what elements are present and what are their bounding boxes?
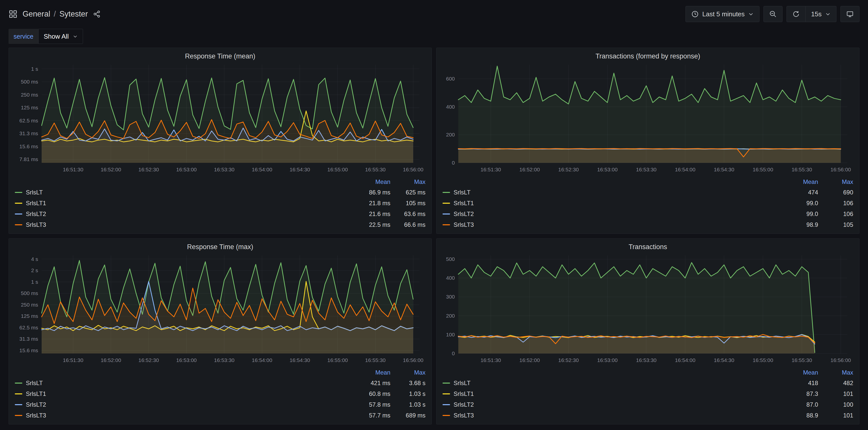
refresh-interval-picker[interactable]: 15s (806, 6, 836, 22)
legend-series-name[interactable]: SrlsLT3 (26, 412, 46, 419)
legend-series-name[interactable]: SrlsLT2 (454, 210, 474, 218)
legend-row: SrlsLT 421 ms 3.68 s (15, 378, 426, 389)
legend-series-name[interactable]: SrlsLT3 (26, 221, 46, 228)
time-range-picker[interactable]: Last 5 minutes (685, 6, 760, 22)
legend-series-name[interactable]: SrlsLT2 (26, 210, 46, 218)
svg-text:300: 300 (446, 294, 455, 299)
series-color-swatch (442, 404, 450, 405)
series-color-swatch (15, 192, 22, 193)
svg-text:16:54:00: 16:54:00 (252, 357, 272, 363)
legend-series-name[interactable]: SrlsLT (454, 189, 471, 196)
series-color-swatch (15, 393, 22, 394)
svg-text:16:53:30: 16:53:30 (214, 167, 235, 172)
legend-max-value: 100 (818, 401, 853, 408)
legend-max-header[interactable]: Max (818, 369, 853, 376)
legend-series-name[interactable]: SrlsLT3 (454, 412, 474, 419)
series-color-swatch (442, 393, 450, 394)
legend-max-value: 690 (818, 189, 853, 196)
chart-plot-area[interactable]: 15.6 ms31.3 ms62.5 ms125 ms250 ms500 ms1… (15, 252, 426, 366)
time-series-chart[interactable]: 020040060016:51:3016:52:0016:52:3016:53:… (442, 61, 853, 175)
svg-text:16:51:30: 16:51:30 (480, 357, 501, 363)
svg-text:0: 0 (452, 350, 455, 356)
legend-series-name[interactable]: SrlsLT1 (454, 200, 474, 207)
legend-series-name[interactable]: SrlsLT3 (454, 221, 474, 228)
svg-text:16:54:00: 16:54:00 (675, 357, 695, 363)
legend-series-name[interactable]: SrlsLT1 (26, 390, 46, 397)
svg-text:400: 400 (446, 104, 455, 110)
legend-header-row: Mean Max (442, 177, 853, 187)
legend-mean-header[interactable]: Mean (344, 178, 391, 185)
legend-mean-value: 418 (772, 379, 818, 386)
legend-mean-header[interactable]: Mean (772, 178, 818, 185)
kiosk-mode-button[interactable] (840, 6, 860, 22)
legend-series-name[interactable]: SrlsLT2 (26, 401, 46, 408)
legend-max-value: 106 (818, 200, 853, 207)
legend-row: SrlsLT1 60.8 ms 1.03 s (15, 389, 426, 399)
zoom-out-button[interactable] (764, 6, 782, 22)
series-color-swatch (442, 203, 450, 204)
share-icon[interactable] (93, 10, 100, 18)
svg-text:16:53:30: 16:53:30 (636, 167, 657, 172)
svg-text:600: 600 (446, 76, 455, 82)
legend-series-name[interactable]: SrlsLT (26, 189, 43, 196)
svg-text:125 ms: 125 ms (21, 105, 38, 110)
legend-max-header[interactable]: Max (818, 178, 853, 185)
panel-title[interactable]: Response Time (mean) (15, 51, 426, 61)
legend-row: SrlsLT3 57.7 ms 689 ms (15, 410, 426, 421)
svg-text:15.6 ms: 15.6 ms (19, 347, 38, 353)
breadcrumb-separator: / (54, 9, 56, 19)
legend-max-value: 66.6 ms (391, 221, 426, 228)
time-series-chart[interactable]: 010020030040050016:51:3016:52:0016:52:30… (442, 252, 853, 366)
panel-title[interactable]: Transactions (formed by response) (442, 51, 853, 61)
panel-title[interactable]: Transactions (442, 241, 853, 252)
time-series-chart[interactable]: 15.6 ms31.3 ms62.5 ms125 ms250 ms500 ms1… (15, 252, 426, 366)
svg-text:16:53:00: 16:53:00 (176, 167, 197, 172)
svg-text:16:56:00: 16:56:00 (830, 167, 851, 172)
svg-text:500 ms: 500 ms (21, 290, 38, 296)
legend-mean-header[interactable]: Mean (772, 369, 818, 376)
legend-max-value: 101 (818, 390, 853, 397)
legend-series-name[interactable]: SrlsLT2 (454, 401, 474, 408)
legend-mean-value: 99.0 (772, 200, 818, 207)
legend-max-value: 1.03 s (391, 401, 426, 408)
monitor-icon (846, 10, 854, 18)
svg-text:16:52:00: 16:52:00 (519, 167, 540, 172)
chart-plot-area[interactable]: 7.81 ms15.6 ms31.3 ms62.5 ms125 ms250 ms… (15, 61, 426, 175)
legend-series-name[interactable]: SrlsLT (454, 379, 471, 386)
refresh-button[interactable] (786, 6, 806, 22)
svg-text:16:54:30: 16:54:30 (714, 167, 734, 172)
legend-max-header[interactable]: Max (391, 178, 426, 185)
magnifier-minus-icon (769, 10, 777, 18)
legend-header-row: Mean Max (15, 177, 426, 187)
series-color-swatch (15, 224, 22, 225)
chart-plot-area[interactable]: 020040060016:51:3016:52:0016:52:3016:53:… (442, 61, 853, 175)
chart-plot-area[interactable]: 010020030040050016:51:3016:52:0016:52:30… (442, 252, 853, 366)
legend-series-name[interactable]: SrlsLT1 (26, 200, 46, 207)
svg-text:16:56:00: 16:56:00 (830, 357, 851, 363)
legend-row: SrlsLT3 22.5 ms 66.6 ms (15, 219, 426, 230)
time-series-chart[interactable]: 7.81 ms15.6 ms31.3 ms62.5 ms125 ms250 ms… (15, 61, 426, 175)
svg-text:2 s: 2 s (31, 267, 38, 273)
svg-text:16:55:30: 16:55:30 (365, 357, 385, 363)
breadcrumb-dashboard[interactable]: Sytester (59, 9, 88, 19)
legend-series-name[interactable]: SrlsLT (26, 379, 43, 386)
legend-row: SrlsLT 474 690 (442, 187, 853, 198)
svg-text:16:54:00: 16:54:00 (675, 167, 695, 172)
svg-text:16:56:00: 16:56:00 (403, 167, 424, 172)
legend-row: SrlsLT1 21.8 ms 105 ms (15, 198, 426, 208)
series-color-swatch (442, 213, 450, 214)
series-color-swatch (442, 192, 450, 193)
breadcrumb-folder[interactable]: General (23, 9, 50, 19)
legend-mean-header[interactable]: Mean (344, 369, 391, 376)
legend-max-header[interactable]: Max (391, 369, 426, 376)
legend-mean-value: 57.7 ms (344, 412, 391, 419)
legend-series-name[interactable]: SrlsLT1 (454, 390, 474, 397)
svg-text:16:52:30: 16:52:30 (558, 357, 579, 363)
grid-apps-icon[interactable] (8, 9, 18, 19)
svg-text:16:54:30: 16:54:30 (289, 167, 310, 172)
svg-text:4 s: 4 s (31, 256, 38, 262)
panel-title[interactable]: Response Time (max) (15, 241, 426, 252)
legend-mean-value: 86.9 ms (344, 189, 391, 196)
panel-response-time-max: Response Time (max) 15.6 ms31.3 ms62.5 m… (8, 238, 432, 425)
variable-value-dropdown[interactable]: Show All (38, 29, 83, 44)
